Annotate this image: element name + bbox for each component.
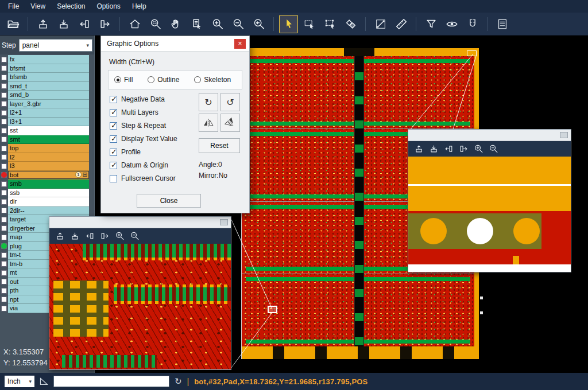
step-select[interactable]: panel ▾	[19, 39, 92, 52]
layer-name-cell[interactable]: l3+1	[8, 118, 89, 127]
width-style-radio[interactable]: Fill	[114, 76, 133, 84]
zoom-in-icon[interactable]	[474, 144, 483, 154]
export-up-icon[interactable]	[55, 231, 65, 241]
import-down-icon[interactable]	[429, 144, 439, 154]
layer-name-cell[interactable]: l3	[8, 162, 89, 171]
layer-name-cell[interactable]: smd_b	[8, 91, 89, 100]
layer-name-cell[interactable]: l2+1	[8, 108, 89, 118]
zoom-source-rect-2[interactable]	[467, 50, 477, 56]
overlay-compare-button[interactable]	[341, 15, 360, 33]
window-menu-button[interactable]	[560, 132, 568, 138]
measure-line-button[interactable]	[371, 15, 390, 33]
layer-row[interactable]: fx	[0, 55, 94, 64]
layer-name-cell[interactable]: 2dir--	[8, 206, 89, 216]
report-button[interactable]	[493, 15, 512, 33]
import-down-icon[interactable]	[70, 231, 80, 241]
layer-row[interactable]: smd_b	[0, 91, 94, 100]
note-select-button[interactable]	[187, 15, 206, 33]
select-rect-button[interactable]	[300, 15, 319, 33]
dialog-titlebar[interactable]: Graphic Options ×	[101, 36, 249, 52]
layer-row[interactable]: ssb	[0, 189, 94, 198]
magnifier1-view[interactable]	[49, 244, 231, 369]
magnifier-window-2[interactable]	[408, 129, 571, 272]
refresh-icon[interactable]: ↻	[175, 376, 182, 387]
export-up-icon[interactable]	[414, 144, 424, 154]
layer-row[interactable]: smb	[0, 180, 94, 189]
rotate-cw-button[interactable]: ↻	[199, 93, 218, 111]
measure-ruler-button[interactable]	[392, 15, 411, 33]
layer-name-cell[interactable]: ssb	[8, 189, 89, 198]
magnifier1-titlebar[interactable]	[49, 217, 231, 228]
zoom-out-icon[interactable]	[130, 231, 140, 241]
layer-name-cell[interactable]: bfsmb	[8, 73, 89, 82]
layer-row[interactable]: bfsmb	[0, 73, 94, 82]
zoom-out-icon[interactable]	[489, 144, 498, 154]
window-menu-button[interactable]	[220, 219, 228, 225]
pan-left-icon[interactable]	[444, 144, 454, 154]
layer-row[interactable]: sst	[0, 126, 94, 135]
layer-row[interactable]: layer_3.gbr	[0, 100, 94, 109]
pan-right-button[interactable]	[95, 15, 114, 33]
layer-name-cell[interactable]: fx	[8, 55, 89, 64]
close-button[interactable]: Close	[137, 194, 201, 208]
export-up-button[interactable]	[33, 15, 52, 33]
layer-name-cell[interactable]: sst	[8, 126, 89, 135]
layer-row[interactable]: bfsmt	[0, 64, 94, 73]
mirror-horizontal-button[interactable]	[199, 114, 218, 132]
layer-row[interactable]: bot 1	[0, 171, 94, 180]
pan-hand-button[interactable]	[167, 15, 185, 33]
layer-row[interactable]: dir	[0, 197, 94, 206]
layer-name-cell[interactable]: bfsmt	[8, 64, 89, 73]
layer-row[interactable]: 2dir--	[0, 206, 94, 216]
pan-left-icon[interactable]	[85, 231, 95, 241]
mirror-diagonal-button[interactable]	[220, 114, 240, 132]
layer-name-cell[interactable]: bot 1	[8, 171, 89, 180]
zoom-in-button[interactable]	[208, 15, 227, 33]
menu-item[interactable]: View	[25, 1, 51, 11]
layer-name-cell[interactable]: l2	[8, 153, 89, 162]
open-button[interactable]	[3, 15, 22, 33]
select-cursor-button[interactable]	[279, 15, 298, 33]
menu-item[interactable]: Selection	[51, 1, 91, 11]
magnifier-window-1[interactable]	[49, 216, 231, 370]
zoom-previous-button[interactable]	[249, 15, 268, 33]
zoom-source-rect-1[interactable]	[268, 306, 277, 313]
zoom-window-button[interactable]	[146, 15, 165, 33]
layer-row[interactable]: smt	[0, 135, 94, 145]
layer-name-cell[interactable]: smd_t	[8, 82, 89, 91]
unit-select[interactable]: Inch ▾	[5, 376, 34, 387]
pan-right-icon[interactable]	[459, 144, 469, 154]
dialog-close-icon[interactable]: ×	[234, 39, 246, 49]
magnifier2-titlebar[interactable]	[408, 130, 571, 141]
highlight-eye-button[interactable]	[442, 15, 461, 33]
width-style-radio[interactable]: Outline	[148, 76, 179, 84]
layer-row[interactable]: top	[0, 144, 94, 153]
layer-name-cell[interactable]: top	[8, 144, 89, 153]
filter-button[interactable]	[421, 15, 440, 33]
layer-row[interactable]: l3+1	[0, 118, 94, 127]
layer-name-cell[interactable]: layer_3.gbr	[8, 100, 89, 109]
width-style-radio[interactable]: Skeleton	[194, 76, 231, 84]
menu-item[interactable]: Help	[126, 1, 152, 11]
menu-item[interactable]: File	[2, 1, 25, 11]
home-button[interactable]	[125, 15, 144, 33]
select-group-button[interactable]	[320, 15, 339, 33]
magnifier2-view[interactable]	[408, 157, 571, 272]
zoom-out-button[interactable]	[229, 15, 247, 33]
layer-row[interactable]: l2+1	[0, 108, 94, 118]
import-down-button[interactable]	[54, 15, 73, 33]
command-input[interactable]	[53, 376, 169, 387]
menu-item[interactable]: Options	[91, 1, 126, 11]
layer-row[interactable]: smd_t	[0, 82, 94, 91]
rotate-ccw-button[interactable]: ↺	[220, 93, 240, 111]
snap-magnet-button[interactable]	[463, 15, 482, 33]
layer-row[interactable]: l3	[0, 162, 94, 171]
pan-left-button[interactable]	[75, 15, 94, 33]
zoom-in-icon[interactable]	[115, 231, 125, 241]
reset-button[interactable]: Reset	[199, 138, 240, 153]
pan-right-icon[interactable]	[100, 231, 110, 241]
layer-row[interactable]: l2	[0, 153, 94, 162]
layer-name-cell[interactable]: smt	[8, 135, 89, 145]
layer-name-cell[interactable]: dir	[8, 197, 89, 206]
layer-name-cell[interactable]: smb	[8, 180, 89, 189]
